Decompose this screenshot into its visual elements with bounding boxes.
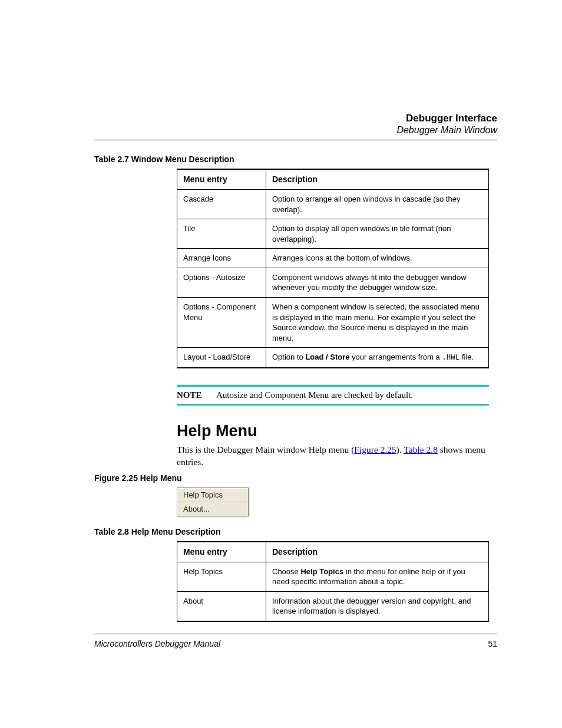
text-bold: Load / Store bbox=[305, 353, 349, 361]
text: ). bbox=[396, 444, 404, 454]
table-2-8-caption: Table 2.8 Help Menu Description bbox=[94, 527, 497, 536]
page: Debugger Interface Debugger Main Window … bbox=[0, 0, 562, 728]
table-row: Help Topics Choose Help Topics in the me… bbox=[177, 562, 489, 591]
cell-desc: Option to display all open windows in ti… bbox=[266, 219, 489, 249]
note-block: NOTE Autosize and Component Menu are che… bbox=[177, 385, 489, 406]
chapter-title: Debugger Interface bbox=[94, 112, 497, 124]
page-number: 51 bbox=[488, 639, 497, 648]
cell-entry: Tile bbox=[177, 219, 266, 249]
col-menu-entry: Menu entry bbox=[177, 169, 266, 189]
cell-entry: Arrange Icons bbox=[177, 249, 266, 268]
note-text: Autosize and Component Menu are checked … bbox=[216, 390, 413, 400]
cell-entry: Options - Component Menu bbox=[177, 297, 266, 347]
help-menu-heading: Help Menu bbox=[177, 422, 497, 440]
text: Option to bbox=[272, 353, 305, 361]
help-menu-intro: This is the Debugger Main window Help me… bbox=[177, 444, 489, 469]
table-header-row: Menu entry Description bbox=[177, 169, 489, 189]
table-row: Tile Option to display all open windows … bbox=[177, 219, 489, 249]
cell-desc: Option to arrange all open windows in ca… bbox=[266, 190, 489, 219]
header-rule bbox=[94, 140, 497, 140]
table-header-row: Menu entry Description bbox=[177, 542, 489, 562]
table-row: Options - Component Menu When a componen… bbox=[177, 297, 489, 347]
text: This is the Debugger Main window Help me… bbox=[177, 444, 354, 454]
link-figure-2-25[interactable]: Figure 2.25 bbox=[354, 444, 396, 454]
running-head: Debugger Interface Debugger Main Window bbox=[94, 112, 497, 136]
table-2-8: Menu entry Description Help Topics Choos… bbox=[177, 541, 489, 622]
menu-item-help-topics[interactable]: Help Topics bbox=[177, 488, 248, 502]
text: file. bbox=[459, 353, 474, 361]
table-row: Arrange Icons Arranges icons at the bott… bbox=[177, 249, 489, 268]
cell-desc: Option to Load / Store your arrangements… bbox=[266, 348, 489, 368]
table-row: Options - Autosize Component windows alw… bbox=[177, 268, 489, 297]
cell-entry: Options - Autosize bbox=[177, 268, 266, 297]
cell-entry: Layout - Load/Store bbox=[177, 348, 266, 368]
cell-entry: Help Topics bbox=[177, 562, 266, 591]
table-row: About Information about the debugger ver… bbox=[177, 591, 489, 621]
text-bold: Help Topics bbox=[300, 567, 343, 576]
text: Choose bbox=[272, 567, 300, 576]
col-menu-entry: Menu entry bbox=[177, 542, 266, 562]
col-description: Description bbox=[266, 169, 489, 189]
text: your arrangements from a bbox=[350, 353, 442, 361]
section-title: Debugger Main Window bbox=[94, 124, 497, 136]
help-menu-figure: Help Topics About... bbox=[177, 487, 249, 516]
cell-entry: Cascade bbox=[177, 190, 266, 219]
page-footer: Microcontrollers Debugger Manual 51 bbox=[94, 634, 497, 648]
manual-title: Microcontrollers Debugger Manual bbox=[94, 639, 220, 648]
table-2-7: Menu entry Description Cascade Option to… bbox=[177, 169, 489, 368]
link-table-2-8[interactable]: Table 2.8 bbox=[404, 444, 437, 454]
cell-desc: Information about the debugger version a… bbox=[266, 591, 489, 621]
table-row: Layout - Load/Store Option to Load / Sto… bbox=[177, 348, 489, 368]
col-description: Description bbox=[266, 542, 489, 562]
text-mono: .HWL bbox=[442, 354, 459, 362]
figure-2-25-caption: Figure 2.25 Help Menu bbox=[94, 473, 497, 483]
cell-desc: When a component window is selected, the… bbox=[266, 297, 489, 347]
table-row: Cascade Option to arrange all open windo… bbox=[177, 190, 489, 219]
cell-desc: Arranges icons at the bottom of windows. bbox=[266, 249, 489, 268]
cell-desc: Choose Help Topics in the menu for onlin… bbox=[266, 562, 489, 591]
note-label: NOTE bbox=[177, 390, 214, 400]
cell-entry: About bbox=[177, 591, 266, 621]
table-2-7-caption: Table 2.7 Window Menu Description bbox=[94, 154, 497, 164]
cell-desc: Component windows always fit into the de… bbox=[266, 268, 489, 297]
menu-item-about[interactable]: About... bbox=[177, 502, 248, 516]
